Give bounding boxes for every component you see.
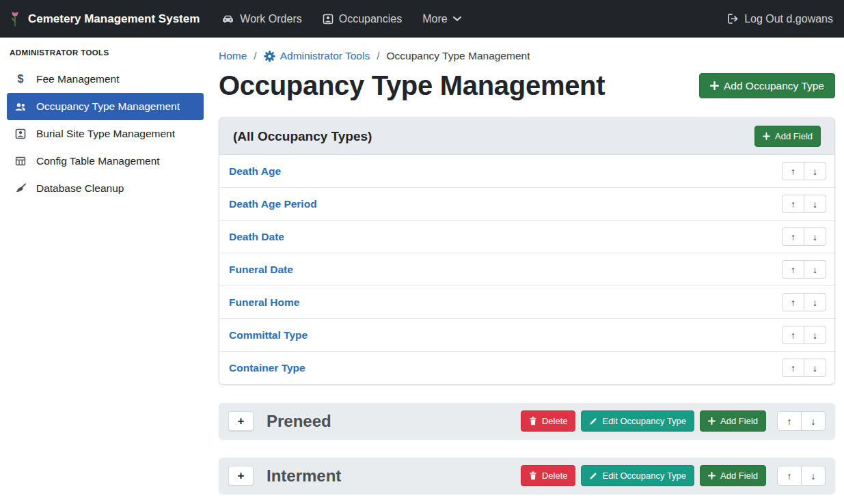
field-link[interactable]: Funeral Home: [229, 296, 299, 309]
move-up-button[interactable]: ↑: [782, 162, 804, 180]
button-label: Add Occupancy Type: [724, 81, 824, 92]
reorder-group: ↑ ↓: [782, 359, 826, 377]
nav-label: Occupancies: [339, 13, 403, 25]
move-up-button[interactable]: ↑: [782, 326, 804, 344]
navbar-links: Work Orders Occupancies More: [221, 13, 461, 25]
delete-button[interactable]: Delete: [521, 465, 576, 486]
move-down-button[interactable]: ↓: [804, 326, 826, 344]
move-down-button[interactable]: ↓: [804, 162, 826, 180]
nav-occupancies[interactable]: Occupancies: [323, 13, 403, 25]
sidebar-item-label: Burial Site Type Management: [36, 128, 175, 140]
logout-label: Log Out d.gowans: [744, 13, 833, 25]
move-up-button[interactable]: ↑: [777, 411, 802, 431]
delete-button[interactable]: Delete: [521, 410, 576, 432]
sidebar-item-config-table-management[interactable]: Config Table Management: [7, 148, 204, 175]
move-down-button[interactable]: ↓: [804, 359, 826, 377]
button-label: Edit Occupancy Type: [602, 471, 686, 480]
field-row: Container Type ↑ ↓: [219, 351, 834, 384]
add-occupancy-type-button[interactable]: Add Occupancy Type: [699, 73, 835, 99]
move-down-button[interactable]: ↓: [804, 293, 826, 311]
move-down-button[interactable]: ↓: [801, 411, 826, 431]
button-label: Add Field: [720, 417, 758, 425]
field-row: Funeral Date ↑ ↓: [219, 253, 834, 285]
nav-work-orders[interactable]: Work Orders: [221, 13, 301, 25]
trash-icon: [529, 471, 537, 480]
sidebar-item-label: Fee Management: [36, 73, 120, 85]
sidebar-item-label: Config Table Management: [36, 155, 160, 167]
section-actions: Delete Edit Occupancy Type Add Field ↑ ↓: [521, 465, 826, 486]
add-field-button[interactable]: Add Field: [754, 126, 821, 147]
field-link[interactable]: Container Type: [229, 362, 305, 374]
field-link[interactable]: Death Age: [229, 165, 281, 178]
brand-title: Cemetery Management System: [28, 12, 200, 26]
card-header: (All Occupancy Types) Add Field: [219, 118, 834, 155]
move-up-button[interactable]: ↑: [782, 227, 804, 246]
breadcrumb-label: Home: [219, 50, 247, 62]
nav-label: More: [422, 13, 447, 25]
reorder-group: ↑ ↓: [782, 227, 826, 246]
move-down-button[interactable]: ↓: [804, 195, 826, 213]
sidebar: Administrator Tools $ Fee Management Occ…: [0, 38, 210, 504]
logout-icon: [727, 13, 739, 25]
nav-more[interactable]: More: [422, 13, 461, 25]
main-content: Home / Administrator Tools / Occupanc: [210, 38, 844, 504]
edit-occupancy-type-button[interactable]: Edit Occupancy Type: [581, 410, 694, 432]
section-title: Preneed: [267, 412, 331, 431]
breadcrumb-current: Occupancy Type Management: [387, 50, 530, 62]
sidebar-item-occupancy-type-management[interactable]: Occupancy Type Management: [7, 93, 204, 120]
plus-icon: [708, 472, 716, 479]
pencil-icon: [589, 417, 597, 425]
plus-icon: [710, 81, 719, 90]
trash-icon: [529, 417, 537, 425]
move-up-button[interactable]: ↑: [782, 359, 804, 377]
field-link[interactable]: Death Date: [229, 231, 284, 243]
move-down-button[interactable]: ↓: [804, 227, 826, 246]
move-up-button[interactable]: ↑: [782, 260, 804, 279]
expand-section-button[interactable]: +: [228, 411, 254, 431]
move-down-button[interactable]: ↓: [804, 260, 826, 279]
page-title: Occupancy Type Management: [219, 70, 605, 101]
button-label: Edit Occupancy Type: [602, 417, 686, 425]
move-down-button[interactable]: ↓: [801, 466, 826, 486]
move-up-button[interactable]: ↑: [782, 293, 804, 311]
section-title: Interment: [267, 466, 341, 486]
move-up-button[interactable]: ↑: [782, 195, 804, 213]
all-occupancy-types-card: (All Occupancy Types) Add Field Death Ag…: [219, 117, 835, 384]
top-navbar: Cemetery Management System Work Orders: [0, 0, 844, 38]
section-interment: + Interment Delete Edi: [219, 458, 835, 494]
field-row: Funeral Home ↑ ↓: [219, 285, 834, 318]
app-brand[interactable]: Cemetery Management System: [8, 9, 200, 29]
reorder-group: ↑ ↓: [782, 293, 826, 311]
section-preneed: + Preneed Delete Edit: [219, 403, 835, 439]
add-field-button[interactable]: Add Field: [700, 410, 766, 432]
page-header: Occupancy Type Management Add Occupancy …: [219, 70, 835, 101]
breadcrumb-separator: /: [377, 50, 379, 62]
logout-button[interactable]: Log Out d.gowans: [727, 13, 833, 25]
edit-occupancy-type-button[interactable]: Edit Occupancy Type: [581, 465, 694, 486]
breadcrumb-administrator-tools[interactable]: Administrator Tools: [264, 50, 370, 62]
breadcrumb-separator: /: [254, 50, 256, 62]
button-label: Add Field: [775, 132, 813, 141]
button-label: Add Field: [720, 471, 758, 480]
chevron-down-icon: [453, 16, 461, 22]
sidebar-item-label: Database Cleanup: [36, 182, 124, 195]
sidebar-item-database-cleanup[interactable]: Database Cleanup: [7, 175, 204, 202]
expand-section-button[interactable]: +: [228, 466, 254, 486]
breadcrumb-home[interactable]: Home: [219, 50, 247, 62]
field-link[interactable]: Funeral Date: [229, 264, 293, 276]
reorder-group: ↑ ↓: [777, 466, 826, 486]
button-label: Delete: [542, 417, 568, 425]
person-frame-icon: [14, 128, 27, 139]
field-link[interactable]: Committal Type: [229, 329, 308, 341]
field-row: Committal Type ↑ ↓: [219, 318, 834, 351]
tulip-logo-icon: [8, 9, 22, 29]
add-field-button[interactable]: Add Field: [700, 465, 766, 486]
broom-icon: [14, 183, 27, 194]
reorder-group: ↑ ↓: [777, 411, 826, 431]
move-up-button[interactable]: ↑: [777, 466, 802, 486]
sidebar-item-fee-management[interactable]: $ Fee Management: [7, 66, 204, 93]
sidebar-item-burial-site-type-management[interactable]: Burial Site Type Management: [7, 120, 204, 148]
field-link[interactable]: Death Age Period: [229, 198, 317, 210]
card-title: (All Occupancy Types): [233, 129, 372, 144]
sidebar-header: Administrator Tools: [0, 38, 210, 66]
